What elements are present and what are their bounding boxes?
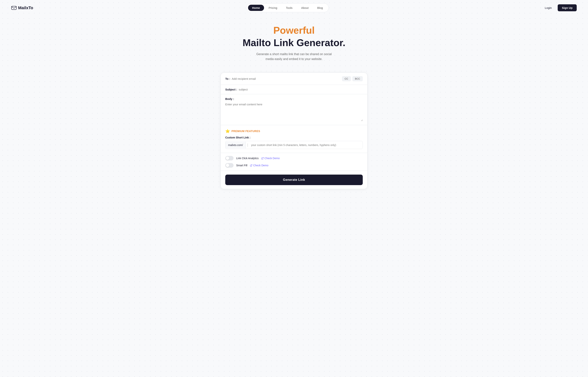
subject-label: Subject : <box>225 88 237 91</box>
hero-powerful-text: Powerful <box>4 25 584 36</box>
analytics-demo-link[interactable]: Check Demo <box>261 157 280 160</box>
smart-fill-label: Smart Fill <box>236 164 247 167</box>
custom-link-label: Custom Short Link : <box>225 136 363 139</box>
cc-button[interactable]: CC <box>342 76 351 81</box>
svg-rect-0 <box>12 6 16 10</box>
smart-fill-toggle-row: Smart Fill Check Demo <box>225 163 363 168</box>
header-actions: Login Sign Up <box>542 4 577 11</box>
bcc-button[interactable]: BCC <box>352 76 363 81</box>
hero-title: Mailto Link Generator. <box>4 37 584 48</box>
login-button[interactable]: Login <box>542 5 555 11</box>
custom-link-field: mailxto.com/ | <box>225 141 363 149</box>
main-nav: Home Pricing Tools About Blog <box>246 3 329 12</box>
smart-fill-toggle[interactable] <box>225 163 234 168</box>
custom-link-separator: | <box>246 141 250 149</box>
generate-button[interactable]: Generate Link <box>225 175 363 185</box>
generate-section: Generate Link <box>221 171 367 189</box>
body-label: Body : <box>225 97 363 100</box>
external-link-icon <box>261 157 264 160</box>
analytics-toggle-row: Link Click Analytics Check Demo <box>225 156 363 160</box>
form-card: To : CC BCC Subject : Body : ⭐ PREMIUM F… <box>221 73 367 189</box>
smart-fill-slider <box>225 163 234 168</box>
header: MailxTo Home Pricing Tools About Blog Lo… <box>0 0 588 16</box>
smart-fill-demo-link[interactable]: Check Demo <box>250 164 268 167</box>
body-textarea[interactable] <box>225 102 363 121</box>
custom-link-prefix: mailxto.com/ <box>225 142 246 148</box>
analytics-label: Link Click Analytics <box>236 157 259 160</box>
subject-field-row: Subject : <box>221 85 367 94</box>
premium-label: PREMIUM FEATURES <box>231 130 260 133</box>
hero-section: Powerful Mailto Link Generator. Generate… <box>0 16 588 68</box>
nav-item-home[interactable]: Home <box>248 5 264 11</box>
cc-bcc-buttons: CC BCC <box>342 76 363 81</box>
signup-button[interactable]: Sign Up <box>558 4 577 11</box>
smart-fill-demo-text: Check Demo <box>253 164 268 167</box>
nav-item-tools[interactable]: Tools <box>282 5 297 11</box>
hero-subtitle: Generate a short mailto link that can be… <box>254 52 334 61</box>
to-input[interactable] <box>232 77 342 80</box>
analytics-toggle[interactable] <box>225 156 234 160</box>
logo-icon <box>11 6 17 10</box>
nav-item-pricing[interactable]: Pricing <box>264 5 281 11</box>
to-field-row: To : CC BCC <box>221 73 367 85</box>
subject-input[interactable] <box>239 88 363 91</box>
premium-section: ⭐ PREMIUM FEATURES Custom Short Link : m… <box>221 125 367 153</box>
star-icon: ⭐ <box>225 129 230 133</box>
body-field-row: Body : <box>221 94 367 125</box>
analytics-slider <box>225 156 234 160</box>
logo-text: MailxTo <box>18 5 33 10</box>
nav-item-about[interactable]: About <box>297 5 313 11</box>
logo[interactable]: MailxTo <box>11 5 33 10</box>
premium-header: ⭐ PREMIUM FEATURES <box>225 129 363 133</box>
toggles-section: Link Click Analytics Check Demo Smart Fi… <box>221 153 367 171</box>
nav-item-blog[interactable]: Blog <box>313 5 327 11</box>
analytics-demo-text: Check Demo <box>264 157 280 160</box>
to-label: To : <box>225 77 230 80</box>
external-link-icon-2 <box>250 164 252 167</box>
custom-link-input[interactable] <box>250 142 363 148</box>
